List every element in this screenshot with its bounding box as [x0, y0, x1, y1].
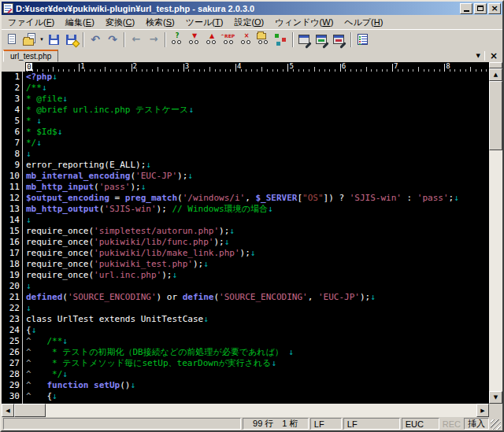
tag-jump-icon[interactable] — [272, 31, 290, 48]
menu-item-e[interactable]: 編集(E) — [60, 15, 100, 30]
line-number: 19 — [2, 270, 23, 281]
toolbar-separator — [83, 32, 84, 47]
outline-analysis-icon[interactable] — [354, 31, 372, 48]
menu-item-o[interactable]: 設定(O) — [228, 15, 269, 30]
status-input-eol-code: LF — [343, 418, 400, 430]
find-prev-icon[interactable]: ▲ — [203, 31, 220, 48]
horizontal-scroll-thumb[interactable] — [14, 404, 46, 417]
line-number: 31 — [2, 402, 23, 404]
code-line: 9error_reporting(E_ALL);↓ — [2, 160, 489, 171]
code-text: require_once('simpletest/autorun.php');↓ — [23, 226, 235, 237]
code-text: */↓ — [23, 138, 42, 149]
maximize-button[interactable] — [474, 3, 487, 14]
vertical-scrollbar[interactable]: ▲ ▼ — [489, 62, 502, 404]
scroll-left-icon[interactable]: ◀ — [2, 404, 14, 417]
clear-search-mark-icon[interactable]: × — [238, 31, 255, 48]
line-number: 4 — [2, 105, 23, 116]
newline-mark: ↓ — [454, 193, 459, 203]
resize-grip[interactable] — [491, 419, 501, 430]
grep-icon[interactable] — [255, 31, 272, 48]
code-text: function setUp()↓ — [23, 380, 135, 391]
line-number: 24 — [2, 325, 23, 336]
code-text: ↓ — [23, 281, 32, 292]
newline-mark: ↓ — [57, 127, 63, 137]
code-text: * テストメソッド毎にsetUp、tearDownが実行される↓ — [23, 358, 276, 369]
new-file-icon[interactable] — [3, 31, 20, 48]
menu-item-f[interactable]: ファイル(F) — [2, 15, 60, 30]
menu-item-t[interactable]: ツール(T) — [180, 15, 229, 30]
newline-mark: ↓ — [268, 204, 273, 214]
titlebar[interactable]: D:¥user¥dev¥pukiwiki-plugin¥url_test.php… — [2, 2, 502, 15]
status-message-panel — [3, 418, 241, 430]
scroll-right-icon[interactable]: ▶ — [476, 404, 489, 417]
type-settings-icon[interactable] — [313, 31, 331, 48]
horizontal-scrollbar[interactable]: ◀ ▶ — [2, 404, 489, 417]
scroll-up-icon[interactable]: ▲ — [489, 68, 502, 81]
newline-mark: ↓ — [26, 215, 32, 225]
menu-item-h[interactable]: ヘルプ(H) — [339, 15, 388, 30]
code-text: <?php↓ — [23, 72, 57, 83]
code-text: ↓ — [23, 303, 32, 314]
vertical-scroll-thumb[interactable] — [489, 81, 502, 150]
line-number: 29 — [2, 380, 23, 391]
code-line: 20↓ — [2, 281, 489, 292]
tab-mark — [26, 369, 46, 380]
tab-list-dropdown-icon[interactable]: ▼ — [472, 53, 484, 59]
minimize-button[interactable] — [460, 3, 472, 14]
toolbar-separator — [350, 32, 352, 47]
line-number: 7 — [2, 138, 23, 149]
ruler-number: 4 — [237, 62, 241, 71]
replace-icon[interactable]: REP — [220, 31, 238, 48]
line-number: 5 — [2, 116, 23, 127]
type-settings-list-icon[interactable] — [296, 31, 313, 48]
find-icon[interactable]: ? — [169, 31, 186, 48]
code-text: ↓ — [23, 215, 32, 226]
newline-mark: ↓ — [26, 149, 32, 159]
find-next-icon[interactable]: ▼ — [186, 31, 203, 48]
line-number: 28 — [2, 369, 23, 380]
splitter-box[interactable] — [489, 62, 502, 68]
open-file-icon[interactable] — [20, 31, 38, 48]
tab-close-icon[interactable]: × — [485, 50, 502, 61]
open-dropdown-icon[interactable]: ▼ — [38, 31, 46, 48]
newline-mark: ↓ — [161, 402, 167, 404]
newline-mark: ↓ — [130, 380, 135, 390]
menu-item-w[interactable]: ウィンドウ(W) — [269, 15, 339, 30]
newline-mark: ↓ — [229, 226, 235, 236]
code-line: 15require_once('simpletest/autorun.php')… — [2, 226, 489, 237]
code-line: 11mb_http_input('pass');↓ — [2, 182, 489, 193]
tab-mark — [26, 358, 46, 369]
code-line: 12$output_encoding = preg_match('/window… — [2, 193, 489, 204]
code-line: 1<?php↓ — [2, 72, 489, 83]
save-icon[interactable] — [46, 31, 63, 48]
save-as-icon[interactable] — [63, 31, 80, 48]
code-line: 23class UrlTest extends UnitTestCase↓ — [2, 314, 489, 325]
redo-icon[interactable]: ↷ — [104, 31, 121, 48]
editor-lines: 1<?php↓2/**↓3* @file↓4* @brief url.inc.p… — [2, 72, 489, 404]
code-line: 8↓ — [2, 149, 489, 160]
line-number: 16 — [2, 237, 23, 248]
ruler-cursor-marker: 0 — [26, 63, 32, 71]
code-text: require_once('pukiwiki/lib/make_link.php… — [23, 248, 255, 259]
undo-icon[interactable]: ↶ — [87, 31, 104, 48]
text-editor-area[interactable]: 1<?php↓2/**↓3* @file↓4* @brief url.inc.p… — [2, 72, 489, 404]
newline-mark: ↓ — [141, 182, 146, 192]
newline-mark: ↓ — [36, 138, 42, 148]
column-ruler: 0 12345678 — [2, 62, 489, 72]
scroll-down-icon[interactable]: ▼ — [489, 391, 502, 404]
toolbar-separator — [292, 32, 294, 47]
line-number: 13 — [2, 204, 23, 215]
ruler-number: 7 — [394, 62, 398, 71]
jump-forward-icon[interactable]: → — [145, 31, 162, 48]
close-button[interactable]: × — [488, 3, 501, 14]
common-settings-icon[interactable] — [331, 31, 348, 48]
tab-url-test-php[interactable]: url_test.php — [3, 50, 58, 62]
jump-back-icon[interactable]: ← — [128, 31, 145, 48]
menu-item-c[interactable]: 変換(C) — [100, 15, 140, 30]
line-number: 8 — [2, 149, 23, 160]
toolbar-separator — [124, 32, 125, 47]
ruler-number: 1 — [80, 62, 84, 71]
menu-item-s[interactable]: 検索(S) — [140, 15, 180, 30]
line-number: 23 — [2, 314, 23, 325]
line-number: 20 — [2, 281, 23, 292]
